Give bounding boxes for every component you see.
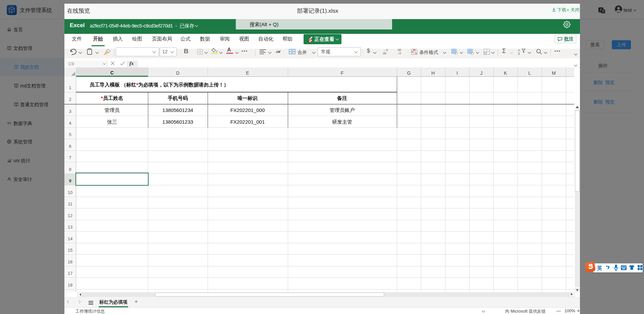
svg-text:.00: .00 xyxy=(397,48,401,52)
svg-text:←0: ←0 xyxy=(383,48,388,52)
svg-text:.00: .00 xyxy=(382,52,386,55)
svg-text:→0: →0 xyxy=(396,52,401,55)
svg-text:Z: Z xyxy=(518,52,520,55)
